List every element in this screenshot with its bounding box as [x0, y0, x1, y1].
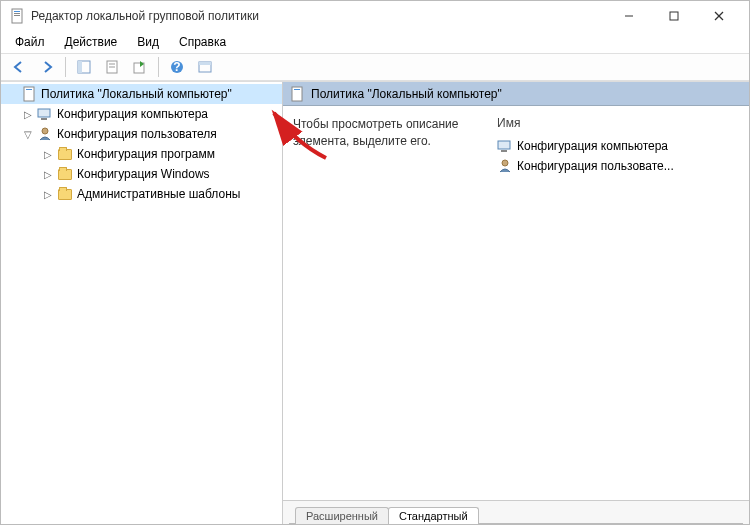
list-item-computer-config[interactable]: Конфигурация компьютера: [493, 136, 739, 156]
menu-action[interactable]: Действие: [57, 33, 126, 51]
tab-standard[interactable]: Стандартный: [388, 507, 479, 524]
window: Редактор локальной групповой политики Фа…: [0, 0, 750, 525]
folder-icon: [57, 146, 73, 162]
content-area: Политика "Локальный компьютер" ▷ Конфигу…: [1, 81, 749, 524]
export-button[interactable]: [128, 55, 152, 79]
tree-label: Административные шаблоны: [77, 187, 240, 201]
tree-windows-settings[interactable]: ▷ Конфигурация Windows: [1, 164, 282, 184]
view-tabs: Расширенный Стандартный: [283, 500, 749, 524]
tree-panel: Политика "Локальный компьютер" ▷ Конфигу…: [1, 82, 283, 524]
help-button[interactable]: ?: [165, 55, 189, 79]
app-icon: [9, 8, 25, 24]
toolbar-separator: [65, 57, 66, 77]
tree-admin-templates[interactable]: ▷ Административные шаблоны: [1, 184, 282, 204]
properties-button[interactable]: [100, 55, 124, 79]
back-button[interactable]: [7, 55, 31, 79]
menu-view[interactable]: Вид: [129, 33, 167, 51]
tree-label: Конфигурация пользователя: [57, 127, 217, 141]
description-text: Чтобы просмотреть описание элемента, выд…: [293, 116, 473, 490]
expander-collapsed-icon[interactable]: ▷: [41, 167, 55, 181]
maximize-button[interactable]: [651, 2, 696, 30]
svg-point-22: [42, 128, 48, 134]
details-header: Политика "Локальный компьютер": [283, 82, 749, 106]
user-icon: [37, 126, 53, 142]
folder-icon: [57, 166, 73, 182]
close-button[interactable]: [696, 2, 741, 30]
window-title: Редактор локальной групповой политики: [31, 9, 606, 23]
tree-label: Конфигурация компьютера: [57, 107, 208, 121]
details-panel: Политика "Локальный компьютер" Чтобы про…: [283, 82, 749, 524]
tree-label: Политика "Локальный компьютер": [41, 87, 232, 101]
tab-extended[interactable]: Расширенный: [295, 507, 389, 524]
policy-icon: [289, 86, 305, 102]
column-header-name[interactable]: Имя: [493, 116, 739, 136]
details-body: Чтобы просмотреть описание элемента, выд…: [283, 106, 749, 500]
tree-root-policy[interactable]: Политика "Локальный компьютер": [1, 84, 282, 104]
menubar: Файл Действие Вид Справка: [1, 31, 749, 53]
svg-rect-17: [199, 62, 211, 65]
svg-point-27: [502, 160, 508, 166]
expander-expanded-icon[interactable]: ▽: [21, 127, 35, 141]
svg-rect-21: [41, 118, 47, 120]
svg-rect-9: [78, 61, 82, 73]
items-list: Имя Конфигурация компьютера Конфигурация…: [493, 116, 739, 490]
forward-button[interactable]: [35, 55, 59, 79]
tree-software-settings[interactable]: ▷ Конфигурация программ: [1, 144, 282, 164]
folder-icon: [57, 186, 73, 202]
titlebar: Редактор локальной групповой политики: [1, 1, 749, 31]
svg-rect-19: [26, 89, 32, 90]
tree-label: Конфигурация программ: [77, 147, 215, 161]
svg-rect-3: [14, 15, 20, 16]
minimize-button[interactable]: [606, 2, 651, 30]
tree-label: Конфигурация Windows: [77, 167, 210, 181]
expander-collapsed-icon[interactable]: ▷: [41, 187, 55, 201]
svg-rect-5: [670, 12, 678, 20]
toolbar: ?: [1, 53, 749, 81]
show-hide-tree-button[interactable]: [72, 55, 96, 79]
svg-rect-2: [14, 13, 20, 14]
tree-computer-config[interactable]: ▷ Конфигурация компьютера: [1, 104, 282, 124]
expander-collapsed-icon[interactable]: ▷: [21, 107, 35, 121]
tree-user-config[interactable]: ▽ Конфигурация пользователя: [1, 124, 282, 144]
svg-rect-25: [498, 141, 510, 149]
expander-icon: [5, 87, 19, 101]
list-item-label: Конфигурация пользовате...: [517, 159, 674, 173]
computer-icon: [37, 106, 53, 122]
svg-rect-1: [14, 11, 20, 12]
list-item-label: Конфигурация компьютера: [517, 139, 668, 153]
computer-icon: [497, 138, 513, 154]
menu-help[interactable]: Справка: [171, 33, 234, 51]
expander-collapsed-icon[interactable]: ▷: [41, 147, 55, 161]
user-icon: [497, 158, 513, 174]
policy-icon: [21, 86, 37, 102]
toolbar-separator: [158, 57, 159, 77]
list-item-user-config[interactable]: Конфигурация пользовате...: [493, 156, 739, 176]
svg-rect-20: [38, 109, 50, 117]
svg-rect-26: [501, 150, 507, 152]
details-header-title: Политика "Локальный компьютер": [311, 87, 502, 101]
svg-rect-24: [294, 89, 300, 90]
filter-button[interactable]: [193, 55, 217, 79]
svg-text:?: ?: [173, 60, 180, 74]
menu-file[interactable]: Файл: [7, 33, 53, 51]
